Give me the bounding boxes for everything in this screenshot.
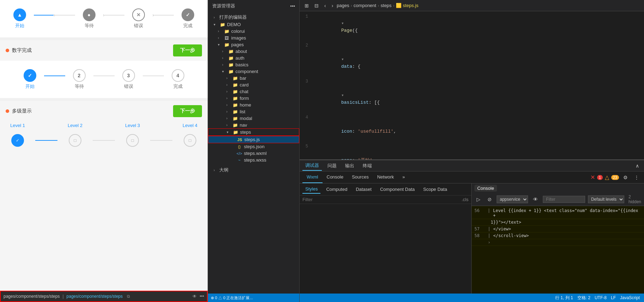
level-circle-item-3: □ xyxy=(115,134,150,147)
line-num-1: 1 xyxy=(300,13,314,20)
steps-wxss-item[interactable]: ~ steps.wxss xyxy=(208,157,299,163)
console-level-select[interactable]: Default levels xyxy=(588,195,624,203)
back-btn[interactable]: ‹ xyxy=(322,2,328,9)
home-label: home xyxy=(240,102,251,108)
filter-input[interactable] xyxy=(302,197,461,202)
styles-tab-component[interactable]: Component Data xyxy=(377,185,417,193)
steps-wxml-item[interactable]: </> steps.wxml xyxy=(208,150,299,157)
console-code-57: </view> xyxy=(493,226,511,231)
tab-output[interactable]: 输出 xyxy=(342,161,357,170)
styles-tab-dataset[interactable]: Dataset xyxy=(353,185,374,193)
list-item[interactable]: › 📁 list xyxy=(208,108,299,115)
copy-icon[interactable]: ⧉ xyxy=(127,294,130,299)
tab-problems[interactable]: 问题 xyxy=(325,161,339,170)
tab-wxml[interactable]: Wxml xyxy=(302,171,323,183)
styles-tab-scope[interactable]: Scope Data xyxy=(420,185,450,193)
expand-arrow-2[interactable]: ▾ xyxy=(341,57,344,62)
outline-item[interactable]: › 大纲 xyxy=(208,166,299,174)
status-line-ending: LF xyxy=(611,295,616,300)
code-editor[interactable]: 1 ▾ Page({ 2 ▾ data: { 3 ▾ ba xyxy=(300,11,644,159)
styles-tab-styles[interactable]: Styles xyxy=(302,185,320,194)
explorer-panel: 资源管理器 ••• › 打开的编辑器 ▾ 📁 DEMO › 📁 colorui xyxy=(208,0,300,302)
level-label-2: Level 2 xyxy=(68,123,82,128)
forward-btn[interactable]: › xyxy=(330,2,336,9)
steps-folder-item[interactable]: ▾ 📁 steps xyxy=(208,128,299,136)
steps-js-item[interactable]: JS steps.js xyxy=(208,136,299,143)
level-circle-item-2: □ xyxy=(57,134,93,147)
tab-terminal[interactable]: 终端 xyxy=(360,161,375,170)
card-icon: 📁 xyxy=(232,83,238,87)
num-circle-3: 3 xyxy=(122,69,135,82)
form-item[interactable]: › 📁 form xyxy=(208,95,299,102)
card-item[interactable]: › 📁 card xyxy=(208,81,299,88)
breadcrumb-component: component xyxy=(354,3,376,8)
colorui-arrow: › xyxy=(218,29,223,33)
status-encoding: UTF-8 xyxy=(595,295,607,300)
dots-icon[interactable]: ••• xyxy=(200,294,204,299)
tab-console[interactable]: Console xyxy=(323,171,348,183)
code-line-2: 2 ▾ data: { xyxy=(300,42,644,78)
warning-icon: △ xyxy=(605,174,609,181)
tab-more[interactable]: » xyxy=(398,171,409,183)
console-filter-input[interactable] xyxy=(543,196,585,203)
colorui-item[interactable]: › 📁 colorui xyxy=(208,28,299,35)
demo-root-item[interactable]: ▾ 📁 DEMO xyxy=(208,21,299,28)
steps-json-label: steps.json xyxy=(244,144,265,149)
expand-arrow-3[interactable]: ▾ xyxy=(341,93,344,98)
tab-network[interactable]: Network xyxy=(373,171,398,183)
tab-sources[interactable]: Sources xyxy=(348,171,373,183)
basics-icon: 📁 xyxy=(228,62,234,67)
modal-item[interactable]: › 📁 modal xyxy=(208,115,299,122)
basics-item[interactable]: › 📁 basics xyxy=(208,61,299,68)
console-line-arrow: › xyxy=(472,239,644,246)
about-item[interactable]: › 📁 about xyxy=(208,48,299,55)
dots-menu-btn[interactable]: ⋮ xyxy=(632,174,641,181)
tab-debugger[interactable]: 调试器 xyxy=(302,161,322,171)
steps-json-icon: {} xyxy=(236,144,243,149)
steps-json-item[interactable]: {} steps.json xyxy=(208,143,299,150)
bookmark-icon-btn[interactable]: ⊟ xyxy=(312,2,321,9)
console-badge: Console xyxy=(474,185,497,192)
level-labels-row: Level 1 Level 2 Level 3 Level 4 xyxy=(0,123,208,129)
nav-item[interactable]: › 📁 nav xyxy=(208,122,299,128)
modal-arrow: › xyxy=(226,116,231,120)
status-row-col: 行 1, 列 1 xyxy=(555,295,573,301)
gear-btn[interactable]: ⚙ xyxy=(621,174,630,181)
num-circle-2: 2 xyxy=(73,69,86,82)
component-item[interactable]: ▾ 📁 component xyxy=(208,68,299,75)
grid-icon-btn[interactable]: ⊞ xyxy=(302,2,311,9)
mobile-panel: ▲ 开始 › ● 等待 › ✕ 错误 › xyxy=(0,0,208,302)
open-editors-item[interactable]: › 打开的编辑器 xyxy=(208,13,299,21)
explorer-more-btn[interactable]: ••• xyxy=(290,4,295,9)
demo-label: DEMO xyxy=(227,22,241,27)
eye-icon[interactable]: 👁 xyxy=(192,294,197,299)
section-dot-2 xyxy=(6,109,9,113)
steps-wxml-label: steps.wxml xyxy=(244,151,266,156)
level-item-1: Level 1 xyxy=(0,123,35,129)
console-context-select[interactable]: appservice xyxy=(497,195,528,203)
images-icon: 🖼 xyxy=(223,36,230,41)
steps-section-num: ✓ 开始 2 等待 3 错误 4 xyxy=(0,61,208,98)
images-item[interactable]: › 🖼 images xyxy=(208,35,299,41)
home-item[interactable]: › 📁 home xyxy=(208,102,299,108)
filter-bar: .cls xyxy=(300,195,471,204)
line-num-5: 5 xyxy=(300,143,314,150)
list-arrow: › xyxy=(226,110,231,114)
console-eye-btn[interactable]: 👁 xyxy=(531,196,540,203)
pages-item[interactable]: ▾ 📁 pages xyxy=(208,41,299,48)
console-stop-btn[interactable]: ⊘ xyxy=(485,196,494,203)
console-code-56b: 1}}"></text> xyxy=(491,220,521,225)
console-num-56b xyxy=(474,220,485,225)
breadcrumb-pages: pages xyxy=(337,3,349,8)
tab-badges: ✕ 1 △ 23 ⚙ ⋮ xyxy=(590,174,641,181)
bar-item[interactable]: › 📁 bar xyxy=(208,75,299,81)
chat-item[interactable]: › 📁 chat xyxy=(208,88,299,95)
auth-item[interactable]: › 📁 auth xyxy=(208,55,299,61)
next-btn-1[interactable]: 下一步 xyxy=(173,44,202,56)
collapse-btn[interactable]: ∧ xyxy=(633,162,641,169)
expand-arrow-1[interactable]: ▾ xyxy=(341,21,344,26)
styles-tab-computed[interactable]: Computed xyxy=(323,185,350,193)
next-btn-2[interactable]: 下一步 xyxy=(173,105,202,117)
console-play-btn[interactable]: ▷ xyxy=(474,196,483,203)
level-conn-3 xyxy=(150,140,172,141)
